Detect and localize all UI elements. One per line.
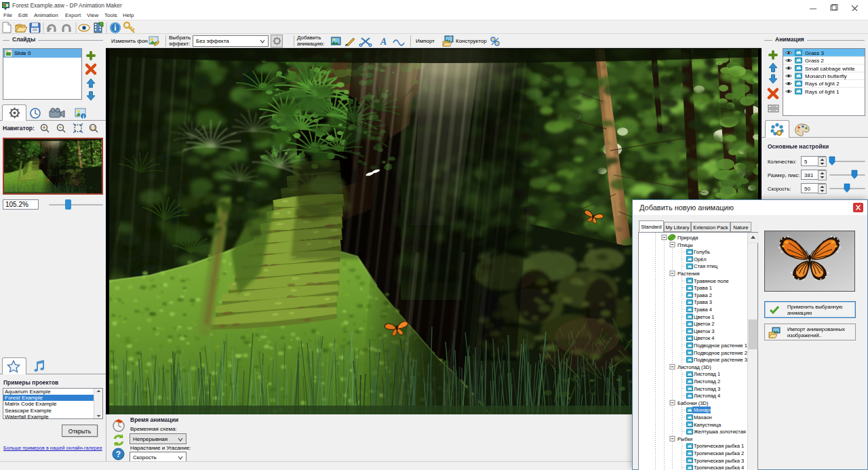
svg-text:Тропическая рыбка 1: Тропическая рыбка 1 <box>694 443 744 449</box>
svg-text:Монарх: Монарх <box>694 407 712 413</box>
svg-text:Трава 4: Трава 4 <box>694 307 712 313</box>
svg-text:Grass 3: Grass 3 <box>805 50 825 56</box>
svg-text:Стая птиц: Стая птиц <box>694 263 718 269</box>
svg-text:Rays of light 2: Rays of light 2 <box>805 81 840 87</box>
svg-text:Бабочки (3D): Бабочки (3D) <box>677 400 709 406</box>
svg-text:Small cabbage white: Small cabbage white <box>805 66 855 72</box>
svg-text:Rays of light 1: Rays of light 1 <box>805 89 840 95</box>
svg-text:Травяное поле: Травяное поле <box>694 278 729 284</box>
svg-text:Тропическая рыбка 2: Тропическая рыбка 2 <box>694 450 744 456</box>
svg-text:Подводное растение 3: Подводное растение 3 <box>694 357 747 363</box>
svg-text:Цветок 1: Цветок 1 <box>694 314 714 320</box>
svg-text:Желтушка золотистая: Желтушка золотистая <box>694 429 746 435</box>
svg-text:Тропическая рыбка 4: Тропическая рыбка 4 <box>694 465 744 470</box>
svg-text:Трава 2: Трава 2 <box>694 292 712 298</box>
svg-text:Цветок 4: Цветок 4 <box>694 335 714 341</box>
svg-text:Махаон: Махаон <box>694 414 712 420</box>
svg-text:Листопад 3: Листопад 3 <box>694 386 720 392</box>
svg-text:Monarch butterfly: Monarch butterfly <box>805 73 847 79</box>
svg-text:Цветок 2: Цветок 2 <box>694 321 714 327</box>
svg-text:Листопад (3D): Листопад (3D) <box>677 364 711 370</box>
svg-text:Листопад 4: Листопад 4 <box>694 393 720 399</box>
svg-text:Растения: Растения <box>677 271 700 277</box>
svg-text:Орёл: Орёл <box>694 256 707 262</box>
svg-text:?: ? <box>116 450 121 459</box>
svg-text:Тропическая рыбка 3: Тропическая рыбка 3 <box>694 458 744 464</box>
svg-text:Трава 3: Трава 3 <box>694 299 712 305</box>
svg-text:1:1: 1:1 <box>90 125 96 130</box>
svg-text:Grass 2: Grass 2 <box>805 58 825 64</box>
svg-text:Птицы: Птицы <box>677 242 693 248</box>
svg-text:Природа: Природа <box>677 235 698 241</box>
svg-text:Трава 1: Трава 1 <box>694 285 712 291</box>
svg-text:Капустница: Капустница <box>694 422 722 428</box>
svg-text:Листопад 2: Листопад 2 <box>694 378 720 385</box>
svg-text:Подводное растение 2: Подводное растение 2 <box>694 350 747 356</box>
svg-text:A: A <box>380 37 387 47</box>
svg-text:Подводное растение 1: Подводное растение 1 <box>694 342 747 349</box>
svg-text:Голубь: Голубь <box>694 249 710 255</box>
svg-text:Листопад 1: Листопад 1 <box>694 371 720 377</box>
svg-text:Рыбки: Рыбки <box>677 436 692 442</box>
svg-text:Цветок 3: Цветок 3 <box>694 328 714 334</box>
